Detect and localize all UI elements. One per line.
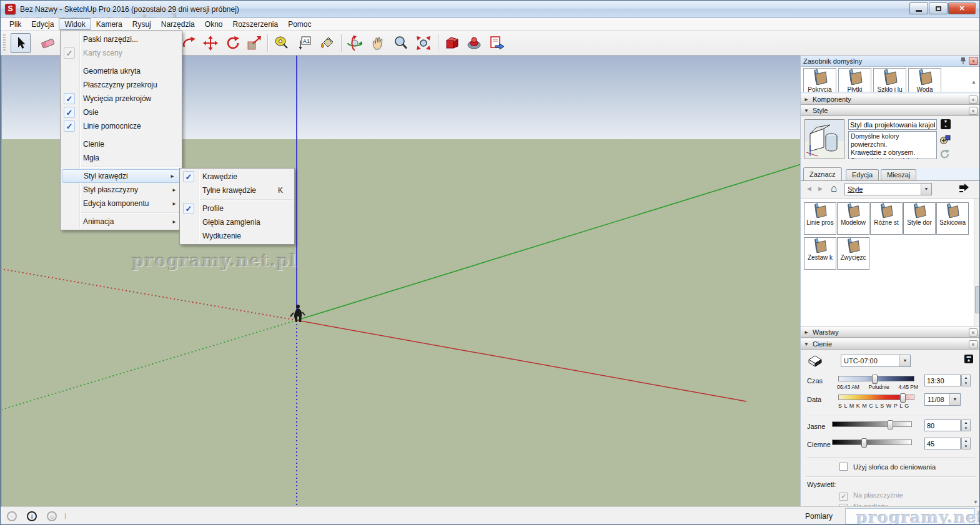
zoom-tool-button[interactable] xyxy=(391,33,411,53)
back-arrow-icon[interactable]: ◄ xyxy=(806,185,813,192)
menu-item-styl-krawedzi[interactable]: Styl krawędzi ► xyxy=(62,169,181,183)
eraser-tool-button[interactable] xyxy=(38,33,58,53)
text-tool-button[interactable]: A1 xyxy=(294,33,314,53)
time-slider[interactable] xyxy=(838,376,914,381)
style-description[interactable]: Domyślne kolory powierzchni. Krawędzie z… xyxy=(848,131,937,159)
menu-item-cienie[interactable]: Cienie xyxy=(61,137,182,151)
timezone-combo[interactable]: UTC-07:00 ▼ xyxy=(841,355,911,367)
scroll-up-icon[interactable]: ▲ xyxy=(969,79,978,85)
detail-toggle-button[interactable]: ▬▲ xyxy=(964,355,973,363)
sign-in-icon[interactable]: ☺ xyxy=(47,511,57,521)
forward-arrow-icon[interactable]: ► xyxy=(817,185,824,192)
menu-plik[interactable]: Plik xyxy=(4,18,26,30)
time-input[interactable] xyxy=(924,375,961,386)
close-button[interactable]: ✕ xyxy=(948,2,976,14)
time-spinbox[interactable]: ▲▼ xyxy=(924,375,961,386)
secondary-pane-toggle-button[interactable]: ▼+ xyxy=(941,119,951,129)
rotate-tool-button[interactable] xyxy=(223,33,243,53)
light-input[interactable] xyxy=(924,420,961,431)
create-new-style-button[interactable] xyxy=(939,134,949,144)
date-slider[interactable] xyxy=(838,395,914,400)
menu-item-paski-narzedzi[interactable]: Paski narzędzi... xyxy=(61,32,182,46)
submenu-item-glebia-zamglenia[interactable]: Głębia zamglenia xyxy=(180,215,294,229)
scale-tool-button[interactable] xyxy=(244,33,264,53)
menu-edycja[interactable]: Edycja xyxy=(26,18,59,30)
menu-item-linie-pomocnicze[interactable]: ✓ Linie pomocnicze xyxy=(61,119,182,133)
menu-item-wyciecia-przekrojow[interactable]: ✓ Wycięcia przekrojów xyxy=(61,92,182,105)
style-folder-modelowanie[interactable]: Modelow xyxy=(837,202,869,235)
dark-spin-arrows[interactable]: ▲▼ xyxy=(961,438,971,449)
dark-spinbox[interactable]: ▲▼ xyxy=(924,438,961,449)
on-faces-checkbox[interactable]: ✓ xyxy=(839,493,848,501)
geolocation-icon[interactable]: ◦ xyxy=(7,511,17,521)
on-faces-row[interactable]: ✓ Na płaszczyźnie xyxy=(839,491,903,501)
submenu-item-tylne-krawedzie[interactable]: Tylne krawędzie K xyxy=(180,184,294,197)
styles-close-button[interactable]: x xyxy=(969,107,978,115)
orbit-tool-button[interactable] xyxy=(345,33,365,53)
date-combo[interactable]: 11/08 ▼ xyxy=(924,393,961,406)
minimize-button[interactable] xyxy=(909,2,928,14)
pin-icon[interactable] xyxy=(960,57,966,66)
toolbar-drag-handle[interactable] xyxy=(3,34,6,52)
tab-zaznacz[interactable]: Zaznacz xyxy=(803,167,842,180)
combo-arrow-icon[interactable]: ▼ xyxy=(949,394,960,405)
shadows-close-button[interactable]: x xyxy=(969,340,978,348)
tab-edycja[interactable]: Edycja xyxy=(846,169,879,180)
material-folder-pokrycia[interactable]: Pokrycia xyxy=(803,68,836,92)
home-icon[interactable]: ⌂ xyxy=(831,182,837,195)
menu-item-animacja[interactable]: Animacja ► xyxy=(61,215,182,228)
time-spin-arrows[interactable]: ▲▼ xyxy=(961,375,971,386)
menu-item-osie[interactable]: ✓ Osie xyxy=(61,105,182,119)
menu-narzedzia[interactable]: Narzędzia xyxy=(156,18,200,30)
warehouse-share-button[interactable] xyxy=(464,33,484,53)
menu-rysuj[interactable]: Rysuj xyxy=(127,18,156,30)
dark-slider-thumb[interactable] xyxy=(861,438,867,448)
style-name-input[interactable] xyxy=(848,119,937,130)
use-sun-row[interactable]: Użyj słońca do cieniowania xyxy=(839,463,936,471)
menu-item-geometria-ukryta[interactable]: Geometria ukryta xyxy=(61,64,182,78)
material-folder-plytki[interactable]: Płytki xyxy=(838,68,871,92)
restore-button[interactable] xyxy=(929,2,948,14)
current-style-thumbnail[interactable] xyxy=(804,119,844,159)
light-spinbox[interactable]: ▲▼ xyxy=(924,420,961,431)
submenu-item-profile[interactable]: ✓ Profile xyxy=(180,202,294,215)
menu-item-mgla[interactable]: Mgła xyxy=(61,151,182,165)
zoom-extents-tool-button[interactable] xyxy=(413,33,433,53)
styles-collection-combo[interactable]: Style ▼ xyxy=(844,183,932,195)
paint-bucket-tool-button[interactable] xyxy=(317,33,337,53)
pan-tool-button[interactable] xyxy=(368,33,388,53)
style-folder-rozne-style[interactable]: Różne st xyxy=(870,202,903,235)
use-sun-checkbox[interactable] xyxy=(839,463,848,471)
date-slider-thumb[interactable] xyxy=(900,393,906,403)
styles-list-scrollbar[interactable] xyxy=(974,199,980,326)
combo-arrow-icon[interactable]: ▼ xyxy=(899,355,910,366)
menu-okno[interactable]: Okno xyxy=(200,18,228,30)
style-folder-zwyciezcy[interactable]: Zwycięzc xyxy=(837,237,869,270)
warehouse-download-button[interactable] xyxy=(442,33,462,53)
material-folder-szklo[interactable]: Szkło i lu xyxy=(873,68,906,92)
material-folder-woda[interactable]: Woda xyxy=(908,68,941,92)
menu-item-plaszczyzny-przekroju[interactable]: Płaszczyzny przekroju xyxy=(61,78,182,92)
menu-rozszerzenia[interactable]: Rozszerzenia xyxy=(227,18,283,30)
shadows-section-header[interactable]: ▼ Cienie x xyxy=(801,338,980,350)
dark-slider[interactable] xyxy=(832,439,912,445)
combo-arrow-icon[interactable]: ▼ xyxy=(921,184,931,195)
tray-close-button[interactable]: x xyxy=(969,57,978,65)
dark-input[interactable] xyxy=(924,438,961,449)
submenu-item-krawedzie[interactable]: ✓ Krawędzie xyxy=(180,170,294,184)
details-arrow-button[interactable] xyxy=(958,183,969,195)
light-slider-thumb[interactable] xyxy=(888,420,893,429)
menu-item-styl-plaszczyzny[interactable]: Styl płaszczyzny ► xyxy=(61,183,182,197)
light-spin-arrows[interactable]: ▲▼ xyxy=(961,420,971,431)
move-tool-button[interactable] xyxy=(200,33,220,53)
style-folder-szkicowane[interactable]: Szkicowa xyxy=(936,202,969,235)
submenu-item-wydluzenie[interactable]: Wydłużenie xyxy=(180,229,294,243)
components-close-button[interactable]: x xyxy=(969,96,978,104)
menu-widok[interactable]: Widok xyxy=(59,18,91,30)
style-folder-linie-proste[interactable]: Linie pros xyxy=(804,202,836,235)
credits-info-icon[interactable]: i xyxy=(27,511,37,521)
styles-section-header[interactable]: ▼ Style x xyxy=(801,105,980,116)
light-slider[interactable] xyxy=(832,421,912,427)
menu-item-edycja-komponentu[interactable]: Edycja komponentu ► xyxy=(61,197,182,210)
time-slider-thumb[interactable] xyxy=(872,375,878,384)
